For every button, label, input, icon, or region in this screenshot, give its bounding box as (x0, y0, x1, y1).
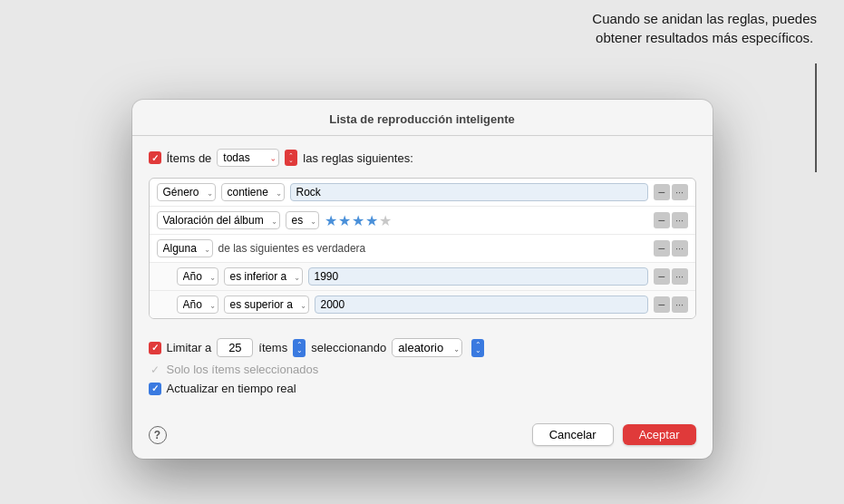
genre-op-wrap[interactable]: contiene (221, 183, 285, 201)
year1-btn-group: − ··· (654, 268, 688, 285)
year1-op-select[interactable]: es inferior a (224, 267, 303, 286)
tooltip-area: Cuando se anidan las reglas, puedes obte… (592, 9, 817, 47)
solo-row: ✓ Solo los ítems seleccionados (149, 360, 696, 379)
dialog-footer: ? Cancelar Aceptar (132, 414, 713, 459)
items-stepper[interactable] (293, 339, 306, 357)
group-nested-label: de las siguientes es verdadera (218, 242, 648, 255)
year2-op-select[interactable]: es superior a (224, 296, 309, 314)
rule-suffix: las reglas siguientes: (303, 151, 412, 165)
solo-checkmark: ✓ (149, 363, 161, 376)
rating-remove-btn[interactable]: − (654, 212, 670, 228)
star-5: ★ (379, 212, 392, 229)
star-1: ★ (325, 212, 337, 229)
year1-field-wrap[interactable]: Año (177, 267, 218, 286)
limit-checkbox[interactable] (149, 342, 161, 354)
tooltip-line1: Cuando se anidan las reglas, puedes (592, 11, 817, 26)
star-2: ★ (338, 212, 351, 229)
star-4: ★ (365, 212, 378, 229)
group-field-select[interactable]: Alguna (157, 239, 213, 257)
group-more-btn[interactable]: ··· (672, 240, 688, 257)
year2-field-select[interactable]: Año (177, 296, 218, 314)
smart-playlist-dialog: Lista de reproducción inteligente Ítems … (132, 100, 713, 459)
todas-select-wrapper[interactable]: todas alguna ninguna (217, 149, 279, 167)
genre-op-select[interactable]: contiene (221, 183, 285, 201)
aleatorio-select-wrap[interactable]: aleatorio título artista álbum (392, 338, 462, 357)
group-field-wrap[interactable]: Alguna (157, 239, 213, 257)
rule-row-rating: Valoración del álbum es ★ ★ ★ ★ ★ − (150, 207, 695, 235)
year2-remove-btn[interactable]: − (654, 296, 670, 313)
dialog-title: Lista de reproducción inteligente (132, 100, 713, 136)
group-btn-group: − ··· (654, 240, 688, 257)
year2-more-btn[interactable]: ··· (672, 296, 688, 313)
year2-btn-group: − ··· (654, 296, 688, 313)
rule-row-genre: Género contiene − ··· (150, 179, 695, 207)
year1-more-btn[interactable]: ··· (672, 268, 688, 285)
limit-label: Limitar a (167, 341, 212, 354)
actualizar-checkbox[interactable] (149, 383, 161, 395)
selecting-label: seleccionando (311, 341, 386, 354)
rule-row-group: Alguna de las siguientes es verdadera − … (150, 235, 695, 263)
todas-stepper[interactable] (285, 150, 297, 166)
help-button[interactable]: ? (149, 426, 167, 444)
year1-remove-btn[interactable]: − (654, 268, 670, 285)
year2-value-input[interactable] (315, 296, 648, 314)
solo-label: Solo los ítems seleccionados (167, 363, 319, 376)
cancel-button[interactable]: Cancelar (532, 423, 614, 446)
aleatorio-stepper[interactable] (471, 339, 484, 357)
aleatorio-select[interactable]: aleatorio título artista álbum (392, 338, 462, 357)
footer-right: Cancelar Aceptar (532, 423, 696, 446)
dialog-body: Ítems de todas alguna ninguna las reglas… (132, 136, 713, 414)
rule-row-year2: Año es superior a − ··· (150, 291, 695, 318)
limit-value-input[interactable] (217, 338, 253, 357)
rating-op-wrap[interactable]: es (286, 211, 319, 229)
actualizar-label: Actualizar en tiempo real (167, 382, 296, 395)
year2-field-wrap[interactable]: Año (177, 296, 218, 314)
stars-display[interactable]: ★ ★ ★ ★ ★ (325, 212, 648, 229)
genre-value-input[interactable] (290, 183, 648, 201)
rating-btn-group: − ··· (654, 212, 688, 228)
rating-more-btn[interactable]: ··· (672, 212, 688, 228)
genre-btn-group: − ··· (654, 184, 688, 200)
year1-value-input[interactable] (308, 267, 648, 286)
rating-field-select[interactable]: Valoración del álbum (157, 211, 280, 229)
tooltip-line2: obtener resultados más específicos. (596, 30, 813, 45)
year2-op-wrap[interactable]: es superior a (224, 296, 309, 314)
rating-op-select[interactable]: es (286, 211, 319, 229)
items-checkbox[interactable] (149, 151, 161, 164)
tooltip-line-indicator (815, 63, 817, 172)
star-3: ★ (352, 212, 364, 229)
year1-op-wrap[interactable]: es inferior a (224, 267, 303, 286)
rating-field-wrap[interactable]: Valoración del álbum (157, 211, 280, 229)
group-remove-btn[interactable]: − (654, 240, 670, 257)
genre-field-wrap[interactable]: Género (157, 183, 216, 201)
genre-field-select[interactable]: Género (157, 183, 216, 201)
genre-more-btn[interactable]: ··· (672, 184, 688, 200)
rules-area: Género contiene − ··· Valor (149, 178, 696, 319)
limit-row: Limitar a ítems seleccionando aleatorio … (149, 335, 696, 360)
accept-button[interactable]: Aceptar (623, 424, 696, 445)
genre-remove-btn[interactable]: − (654, 184, 670, 200)
items-label: Ítems de (167, 151, 212, 165)
items-unit-label: ítems (258, 341, 287, 354)
top-rule-row: Ítems de todas alguna ninguna las reglas… (149, 149, 696, 167)
rule-row-year1: Año es inferior a − ··· (150, 263, 695, 291)
year1-field-select[interactable]: Año (177, 267, 218, 286)
bottom-options: Limitar a ítems seleccionando aleatorio … (149, 332, 696, 402)
actualizar-row: Actualizar en tiempo real (149, 379, 696, 398)
todas-select[interactable]: todas alguna ninguna (217, 149, 279, 167)
